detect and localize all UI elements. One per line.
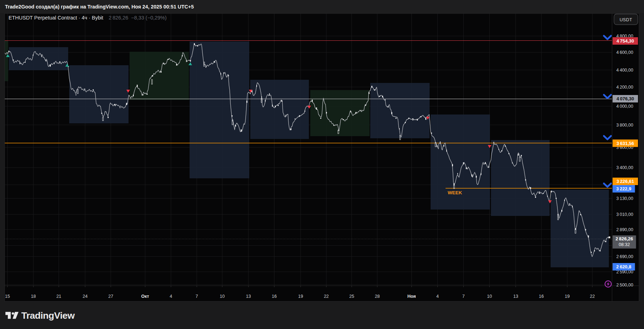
svg-text:Ноя: Ноя (408, 294, 416, 299)
svg-text:21: 21 (56, 294, 61, 299)
svg-text:08:32: 08:32 (619, 242, 630, 247)
svg-text:TradingView: TradingView (21, 310, 75, 321)
svg-text:13: 13 (246, 294, 251, 299)
svg-text:16: 16 (539, 294, 544, 299)
svg-text:10: 10 (220, 294, 225, 299)
svg-text:22: 22 (590, 294, 595, 299)
svg-text:3 010,00: 3 010,00 (616, 212, 633, 217)
svg-text:ETHUSDT Perpetual Contract · 4: ETHUSDT Perpetual Contract · 4ч · Bybit (9, 15, 103, 21)
svg-text:WEEK: WEEK (448, 190, 462, 195)
svg-text:3 130,00: 3 130,00 (616, 196, 633, 201)
svg-text:7: 7 (462, 294, 465, 299)
svg-text:16: 16 (272, 294, 277, 299)
svg-text:4 076,30: 4 076,30 (616, 96, 634, 101)
svg-text:4 400,00: 4 400,00 (616, 68, 633, 73)
svg-text:24: 24 (83, 294, 88, 299)
svg-text:25: 25 (349, 294, 354, 299)
svg-text:19: 19 (565, 294, 570, 299)
svg-text:19: 19 (298, 294, 303, 299)
svg-text:3 400,00: 3 400,00 (616, 165, 633, 170)
svg-text:3 800,00: 3 800,00 (616, 123, 633, 128)
svg-text:13: 13 (513, 294, 518, 299)
svg-text:3 222,9: 3 222,9 (616, 186, 631, 191)
svg-text:3 226,61: 3 226,61 (616, 179, 634, 184)
svg-text:2 500,00: 2 500,00 (616, 283, 633, 288)
svg-text:4 200,00: 4 200,00 (616, 85, 633, 90)
svg-text:18: 18 (31, 294, 36, 299)
svg-text:2 690,00: 2 690,00 (616, 254, 633, 259)
svg-text:4: 4 (170, 294, 172, 299)
svg-text:3 631,56: 3 631,56 (616, 141, 634, 146)
svg-text:4: 4 (436, 294, 439, 299)
svg-text:4 600,00: 4 600,00 (616, 50, 633, 55)
svg-text:Окт: Окт (141, 294, 149, 299)
svg-text:2 826,26: 2 826,26 (616, 236, 633, 241)
svg-text:15: 15 (5, 294, 10, 299)
svg-text:2 620,8: 2 620,8 (616, 264, 631, 269)
svg-text:27: 27 (108, 294, 113, 299)
svg-text:4 000,00: 4 000,00 (616, 104, 633, 109)
svg-text:28: 28 (375, 294, 380, 299)
svg-text:22: 22 (324, 294, 329, 299)
svg-text:7: 7 (196, 294, 198, 299)
svg-text:Trade2Good создал(а) график на: Trade2Good создал(а) график на TradingVi… (5, 4, 194, 10)
svg-text:4 754,30: 4 754,30 (616, 38, 634, 44)
svg-text:USDT: USDT (620, 17, 632, 22)
svg-text:10: 10 (487, 294, 492, 299)
svg-text:2 890,00: 2 890,00 (616, 227, 633, 232)
svg-text:2 826,26 −8,33 (−0,29%): 2 826,26 −8,33 (−0,29%) (109, 15, 167, 21)
